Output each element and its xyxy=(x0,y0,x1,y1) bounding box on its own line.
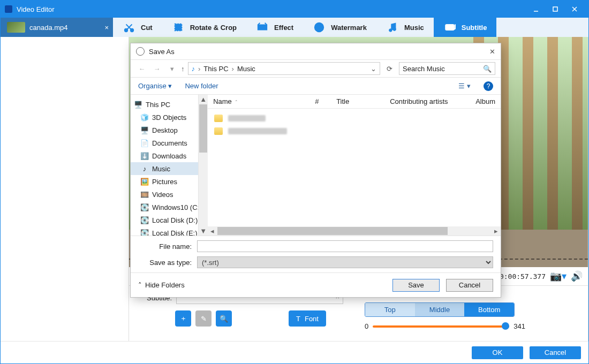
organise-menu[interactable]: Organise xyxy=(138,82,172,90)
list-item[interactable] xyxy=(214,125,494,138)
position-top[interactable]: Top xyxy=(365,303,415,316)
ribbon: canada.mp4 × Cut Rotate & Crop Effect Wa… xyxy=(1,18,588,37)
volume-icon[interactable]: 🔊 xyxy=(571,270,583,282)
col-title[interactable]: Title xyxy=(331,97,384,105)
close-button[interactable] xyxy=(565,1,584,18)
scroll-up-icon[interactable]: ▲ xyxy=(199,95,208,104)
font-button[interactable]: T Font xyxy=(289,310,326,327)
app-globe-icon xyxy=(136,47,145,56)
tree-downloads[interactable]: ⬇️Downloads xyxy=(131,149,198,162)
position-bottom[interactable]: Bottom xyxy=(464,303,514,316)
col-name[interactable]: Name xyxy=(213,97,232,105)
tree-this-pc[interactable]: 🖥️This PC xyxy=(131,98,198,111)
footer: OK Cancel xyxy=(1,341,588,363)
tool-rotate-crop[interactable]: Rotate & Crop xyxy=(162,18,246,37)
col-album[interactable]: Album xyxy=(470,97,501,105)
scroll-left-icon[interactable]: ◂ xyxy=(208,226,217,236)
position-middle[interactable]: Middle xyxy=(415,303,465,316)
column-headers[interactable]: Name˄ # Title Contributing artists Album xyxy=(208,95,501,109)
file-close-icon[interactable]: × xyxy=(104,24,109,32)
tree-videos[interactable]: 🎞️Videos xyxy=(131,188,198,201)
cancel-button[interactable]: Cancel xyxy=(530,346,581,359)
view-mode-icon[interactable]: ☰ ▾ xyxy=(458,82,471,90)
slider-thumb[interactable] xyxy=(502,322,509,330)
tool-music[interactable]: Music xyxy=(376,18,434,37)
app-title: Video Editor xyxy=(17,5,526,13)
sort-icon: ˄ xyxy=(235,100,238,105)
dialog-buttons: ˄ Hide Folders Save Cancel xyxy=(131,272,501,297)
search-icon: 🔍 xyxy=(483,65,492,73)
scroll-down-icon[interactable]: ▼ xyxy=(199,226,208,236)
app-titlebar[interactable]: Video Editor xyxy=(1,1,588,18)
file-hscrollbar[interactable]: ◂ ▸ xyxy=(208,226,501,236)
tree-drive-d[interactable]: 💽Local Disk (D:) xyxy=(131,214,198,226)
tool-subtitle[interactable]: SUB Subtitle xyxy=(434,18,497,37)
dialog-cancel-button[interactable]: Cancel xyxy=(446,279,493,292)
help-icon[interactable]: ? xyxy=(484,81,493,91)
folder-tree[interactable]: 🖥️This PC 🧊3D Objects 🖥️Desktop 📄Documen… xyxy=(131,95,199,236)
dialog-titlebar[interactable]: Save As ✕ xyxy=(131,43,501,59)
tree-music[interactable]: ♪Music xyxy=(131,162,198,175)
nav-back-icon[interactable]: ← xyxy=(136,65,148,73)
scroll-thumb[interactable] xyxy=(199,104,207,153)
monitor-icon: 🖥️ xyxy=(134,101,142,109)
tree-drive-e[interactable]: 💽Local Disk (E:) xyxy=(131,226,198,236)
drive-icon: 💽 xyxy=(140,229,149,236)
tree-drive-c[interactable]: 💽Windows10 (C:) xyxy=(131,201,198,214)
filename-input[interactable] xyxy=(197,240,493,252)
list-item[interactable] xyxy=(214,112,494,125)
music-folder-icon: ♪ xyxy=(140,165,149,173)
nav-recent-icon[interactable]: ▾ xyxy=(166,65,178,73)
svg-point-10 xyxy=(389,29,392,32)
col-num[interactable]: # xyxy=(309,97,331,105)
edit-subtitle-button[interactable]: ✎ xyxy=(195,310,212,327)
subtitle-icon: SUB xyxy=(443,21,456,34)
tool-effect[interactable]: Effect xyxy=(246,18,303,37)
breadcrumb-music[interactable]: Music xyxy=(237,65,255,73)
svg-point-9 xyxy=(318,26,321,29)
position-slider[interactable]: 0 341 xyxy=(365,322,525,330)
file-tab[interactable]: canada.mp4 × xyxy=(1,18,113,37)
cut-icon xyxy=(123,21,135,34)
dialog-title: Save As xyxy=(149,48,175,56)
snapshot-icon[interactable]: 📷▾ xyxy=(550,270,567,282)
search-subtitle-button[interactable]: 🔍 xyxy=(216,310,232,327)
scroll-right-icon[interactable]: ▸ xyxy=(492,226,501,236)
search-field[interactable]: Search Music 🔍 xyxy=(399,62,495,75)
dialog-save-button[interactable]: Save xyxy=(392,279,440,292)
dialog-body: 🖥️This PC 🧊3D Objects 🖥️Desktop 📄Documen… xyxy=(131,95,501,236)
hscroll-thumb[interactable] xyxy=(217,227,448,235)
breadcrumb-dropdown-icon[interactable]: ⌄ xyxy=(371,65,376,73)
svg-text:SUB: SUB xyxy=(447,24,456,31)
tree-3d-objects[interactable]: 🧊3D Objects xyxy=(131,111,198,124)
slider-max: 341 xyxy=(514,322,525,330)
nav-forward-icon[interactable]: → xyxy=(151,65,163,73)
tree-scrollbar[interactable]: ▲ ▼ xyxy=(199,95,208,236)
slider-min: 0 xyxy=(365,322,368,330)
rotate-crop-icon xyxy=(172,21,185,34)
minimize-button[interactable] xyxy=(526,1,546,18)
refresh-icon[interactable]: ⟳ xyxy=(383,65,396,73)
folder-icon xyxy=(214,115,223,122)
svg-rect-6 xyxy=(175,24,182,31)
breadcrumb[interactable]: ♪ › This PC › Music ⌄ xyxy=(188,62,381,75)
tree-desktop[interactable]: 🖥️Desktop xyxy=(131,124,198,136)
dialog-close-icon[interactable]: ✕ xyxy=(489,48,495,56)
add-subtitle-button[interactable]: ＋ xyxy=(175,310,191,327)
nav-up-icon[interactable]: ↑ xyxy=(181,65,185,73)
tree-documents[interactable]: 📄Documents xyxy=(131,136,198,149)
tree-pictures[interactable]: 🖼️Pictures xyxy=(131,175,198,188)
desktop-icon: 🖥️ xyxy=(140,126,149,134)
new-folder-button[interactable]: New folder xyxy=(185,82,218,90)
ok-button[interactable]: OK xyxy=(472,346,523,359)
hide-folders-toggle[interactable]: ˄ Hide Folders xyxy=(138,281,185,289)
tool-cut[interactable]: Cut xyxy=(113,18,162,37)
svg-point-11 xyxy=(393,28,396,31)
folder-name-redacted xyxy=(228,128,287,134)
col-artists[interactable]: Contributing artists xyxy=(384,97,470,105)
maximize-button[interactable] xyxy=(546,1,565,18)
save-type-select[interactable]: (*.srt) xyxy=(197,256,493,268)
tool-watermark[interactable]: Watermark xyxy=(303,18,376,37)
file-list[interactable] xyxy=(208,109,501,226)
breadcrumb-this-pc[interactable]: This PC xyxy=(203,65,228,73)
